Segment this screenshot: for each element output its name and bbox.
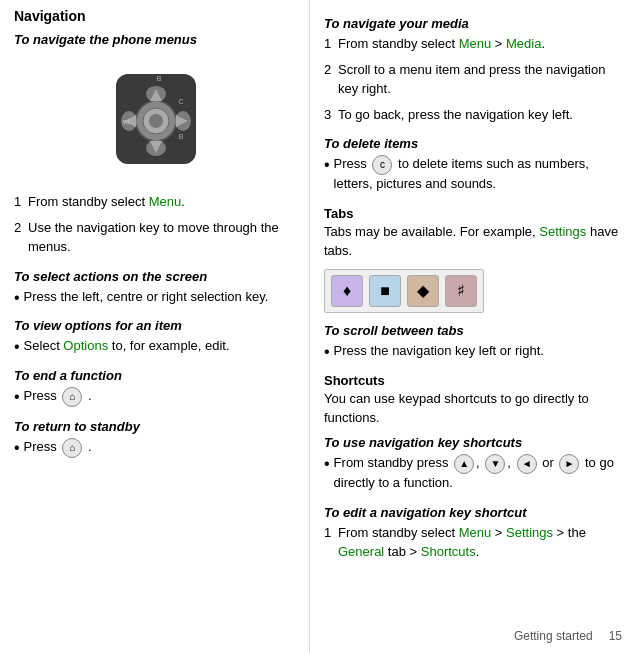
end-function-bullet: • Press ⌂ . — [14, 387, 297, 411]
tabs-desc: Tabs may be available. For example, Sett… — [324, 223, 624, 261]
delete-key-icon: c — [372, 155, 392, 175]
edit-shortcut-title: To edit a navigation key shortcut — [324, 505, 624, 520]
select-actions-title: To select actions on the screen — [14, 269, 297, 284]
edit-shortcut-step-1: 1 From standby select Menu > Settings > … — [324, 524, 624, 566]
end-function-text: Press ⌂ . — [24, 387, 92, 407]
delete-items-text: Press c to delete items such as numbers,… — [334, 155, 624, 194]
media-step-1-text: From standby select Menu > Media. — [338, 35, 545, 54]
media-step-1: 1 From standby select Menu > Media. — [324, 35, 624, 58]
media-step-3: 3 To go back, press the navigation key l… — [324, 106, 624, 129]
media-step-2: 2 Scroll to a menu item and press the na… — [324, 61, 624, 103]
options-link: Options — [63, 338, 108, 353]
media-step-2-text: Scroll to a menu item and press the navi… — [338, 61, 624, 99]
nav-up-icon: ▲ — [454, 454, 474, 474]
settings-link-2: Settings — [506, 525, 553, 540]
media-step-3-num: 3 — [324, 106, 338, 125]
nav-shortcuts-bullet: • From standby press ▲, ▼, ◄ or ► to go … — [324, 454, 624, 497]
bullet-dot: • — [14, 288, 20, 309]
footer-section: Getting started — [514, 629, 593, 643]
settings-link: Settings — [539, 224, 586, 239]
step-2-num: 2 — [14, 219, 28, 238]
tabs-image: ♦ ■ ◆ ♯ — [324, 269, 484, 313]
step-1-num: 1 — [14, 193, 28, 212]
nav-shortcuts-text: From standby press ▲, ▼, ◄ or ► to go di… — [334, 454, 624, 493]
shortcuts-title: Shortcuts — [324, 373, 624, 388]
menu-link: Menu — [149, 194, 182, 209]
tab-icon-3: ◆ — [407, 275, 439, 307]
svg-text:C: C — [178, 98, 183, 105]
right-column: To navigate your media 1 From standby se… — [310, 0, 636, 653]
scroll-tabs-bullet: • Press the navigation key left or right… — [324, 342, 624, 365]
media-link: Media — [506, 36, 541, 51]
svg-point-7 — [175, 111, 191, 131]
page: Navigation To navigate the phone menus — [0, 0, 636, 653]
section-title: Navigation — [14, 8, 297, 24]
media-step-2-num: 2 — [324, 61, 338, 80]
select-actions-text: Press the left, centre or right selectio… — [24, 288, 269, 307]
scroll-tabs-title: To scroll between tabs — [324, 323, 624, 338]
bullet-dot-3: • — [14, 387, 20, 408]
svg-point-4 — [146, 86, 166, 102]
view-options-text: Select Options to, for example, edit. — [24, 337, 230, 356]
bullet-dot-7: • — [324, 454, 330, 475]
step-1-text: From standby select Menu. — [28, 193, 185, 212]
tabs-title: Tabs — [324, 206, 624, 221]
nav-phone-subtitle: To navigate the phone menus — [14, 32, 297, 47]
view-options-title: To view options for an item — [14, 318, 297, 333]
footer-page: 15 — [609, 629, 622, 643]
end-key-icon: ⌂ — [62, 387, 82, 407]
tab-icon-4: ♯ — [445, 275, 477, 307]
return-standby-bullet: • Press ⌂ . — [14, 438, 297, 462]
left-column: Navigation To navigate the phone menus — [0, 0, 310, 653]
tabs-image-container: ♦ ■ ◆ ♯ — [324, 269, 624, 313]
menu-link-3: Menu — [459, 525, 492, 540]
nav-keypad-container: wi B C B — [14, 59, 297, 179]
svg-text:B: B — [156, 75, 161, 82]
svg-point-5 — [146, 140, 166, 156]
bullet-dot-5: • — [324, 155, 330, 176]
bullet-dot-4: • — [14, 438, 20, 459]
tab-icon-2: ■ — [369, 275, 401, 307]
svg-point-3 — [149, 114, 163, 128]
shortcuts-link: Shortcuts — [421, 544, 476, 559]
general-link: General — [338, 544, 384, 559]
step-2-text: Use the navigation key to move through t… — [28, 219, 297, 257]
bullet-dot-2: • — [14, 337, 20, 358]
nav-keypad-image: wi B C B — [96, 59, 216, 179]
menu-link-2: Menu — [459, 36, 492, 51]
view-options-bullet: • Select Options to, for example, edit. — [14, 337, 297, 360]
edit-shortcut-num: 1 — [324, 524, 338, 543]
nav-shortcuts-title: To use navigation key shortcuts — [324, 435, 624, 450]
nav-media-title: To navigate your media — [324, 16, 624, 31]
delete-items-title: To delete items — [324, 136, 624, 151]
media-step-3-text: To go back, press the navigation key lef… — [338, 106, 573, 125]
tab-icon-1: ♦ — [331, 275, 363, 307]
bullet-dot-6: • — [324, 342, 330, 363]
svg-text:B: B — [178, 133, 183, 140]
step-2: 2 Use the navigation key to move through… — [14, 219, 297, 261]
return-standby-title: To return to standby — [14, 419, 297, 434]
footer: Getting started 15 — [514, 629, 622, 643]
shortcuts-desc: You can use keypad shortcuts to go direc… — [324, 390, 624, 428]
scroll-tabs-text: Press the navigation key left or right. — [334, 342, 544, 361]
step-1: 1 From standby select Menu. — [14, 193, 297, 216]
return-standby-text: Press ⌂ . — [24, 438, 92, 458]
edit-shortcut-text: From standby select Menu > Settings > th… — [338, 524, 624, 562]
select-actions-bullet: • Press the left, centre or right select… — [14, 288, 297, 311]
standby-key-icon: ⌂ — [62, 438, 82, 458]
nav-down-icon: ▼ — [485, 454, 505, 474]
media-step-1-num: 1 — [324, 35, 338, 54]
nav-right-icon: ► — [559, 454, 579, 474]
delete-items-bullet: • Press c to delete items such as number… — [324, 155, 624, 198]
nav-left-icon: ◄ — [517, 454, 537, 474]
end-function-title: To end a function — [14, 368, 297, 383]
svg-text:wi: wi — [121, 118, 129, 125]
